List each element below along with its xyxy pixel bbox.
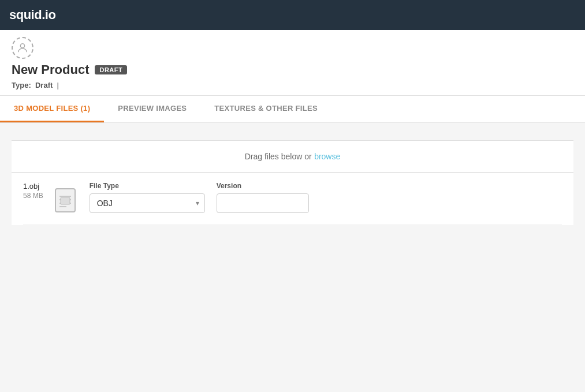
version-input[interactable] [217,193,309,213]
drop-text: Drag files below or [245,152,312,161]
file-section: 1.obj 58 MB [12,173,573,225]
page-header: New Product DRAFT Type: Draft | [0,30,585,96]
type-label: Type: [12,81,31,89]
file-row: 1.obj 58 MB [23,173,562,225]
tabs-bar: 3D MODEL FILES (1) PREVIEW IMAGES TEXTUR… [0,96,585,123]
tab-textures-other-files[interactable]: TEXTURES & OTHER FILES [200,96,331,122]
tab-3d-model-files[interactable]: 3D MODEL FILES (1) [0,96,104,122]
file-type-group: File Type OBJ FBX STL COLLADA BLEND 3DS … [90,182,205,213]
file-name: 1.obj [23,182,43,191]
file-type-select-wrapper: OBJ FBX STL COLLADA BLEND 3DS MAX ▾ [90,193,205,213]
file-icon [55,188,76,212]
drop-zone[interactable]: Drag files below or browse [12,140,573,173]
main-content: Drag files below or browse 1.obj 58 MB [0,123,585,392]
svg-point-0 [20,44,24,48]
svg-rect-6 [61,197,70,204]
fields-row: File Type OBJ FBX STL COLLADA BLEND 3DS … [53,182,562,213]
navbar: squid.io [0,0,585,30]
product-type-row: Type: Draft | [12,80,573,95]
product-avatar[interactable] [12,37,33,59]
file-size: 58 MB [23,192,43,200]
file-type-select[interactable]: OBJ FBX STL COLLADA BLEND 3DS MAX [90,193,205,213]
browse-link[interactable]: browse [314,152,340,161]
avatar-row [12,30,573,59]
logo: squid.io [9,8,55,23]
file-type-label: File Type [90,182,205,190]
type-value: Draft [35,81,53,89]
product-title: New Product [12,62,89,77]
file-icon-area [53,188,78,213]
draft-badge: DRAFT [95,65,127,74]
tab-preview-images[interactable]: PREVIEW IMAGES [104,96,200,122]
version-group: Version [217,182,309,213]
version-label: Version [217,182,309,190]
product-title-row: New Product DRAFT [12,59,573,80]
file-top-info: 1.obj 58 MB [23,182,43,200]
